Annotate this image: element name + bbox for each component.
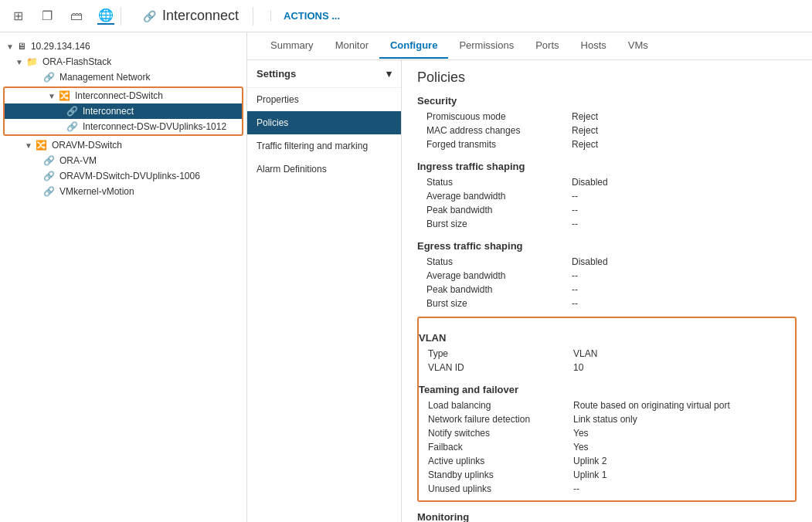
vlan-title: VLAN (419, 332, 795, 344)
settings-item-policies[interactable]: Policies (247, 111, 401, 134)
security-forged-row: Forged transmits Reject (417, 137, 797, 151)
ora-vm-label: ORA-VM (59, 155, 97, 166)
vlan-type-value: VLAN (573, 348, 597, 359)
page-title: 🔗 Interconnect (143, 8, 239, 24)
vlan-teaming-highlighted-box: VLAN Type VLAN VLAN ID 10 Teaming and fa… (417, 317, 797, 502)
unused-uplinks-label: Unused uplinks (419, 483, 573, 494)
flashstack-label: ORA-FlashStack (42, 56, 111, 67)
mgmt-network-icon: 🔗 (43, 72, 55, 83)
sidebar-item-vmkernel-vmotion[interactable]: 🔗 VMkernel-vMotion (0, 184, 246, 199)
tab-configure[interactable]: Configure (379, 33, 448, 59)
teaming-notify-row: Notify switches Yes (419, 426, 795, 440)
oravm-dswitch-icon: 🔀 (36, 140, 47, 151)
teaming-standby-uplinks-row: Standby uplinks Uplink 1 (419, 468, 795, 482)
actions-label: ACTIONS ... (284, 10, 340, 22)
active-uplinks-label: Active uplinks (419, 456, 573, 466)
egress-avg-value: -- (572, 270, 578, 281)
vmkernel-icon: 🔗 (43, 186, 55, 197)
tab-vms[interactable]: VMs (617, 33, 659, 59)
sidebar-item-root[interactable]: ▼ 🖥 10.29.134.146 (0, 39, 246, 54)
oravm-dvuplinks-icon: 🔗 (43, 171, 55, 181)
vlan-id-row: VLAN ID 10 (419, 361, 795, 375)
teaming-lb-row: Load balancing Route based on originatin… (419, 398, 795, 412)
network-icon[interactable]: 🌐 (97, 8, 114, 25)
toolbar: ⊞ ❐ 🗃 🌐 🔗 Interconnect ACTIONS ... (0, 0, 812, 32)
teaming-failback-row: Failback Yes (419, 440, 795, 454)
unused-uplinks-value: -- (573, 483, 579, 494)
ingress-peak-label: Peak bandwidth (417, 205, 572, 215)
root-label: 10.29.134.146 (31, 41, 90, 52)
ingress-status-value: Disabled (572, 177, 608, 188)
standby-uplinks-value: Uplink 1 (573, 469, 606, 480)
mac-label: MAC address changes (417, 125, 572, 136)
sidebar-item-oravm-dvuplinks[interactable]: 🔗 ORAVM-DSwitch-DVUplinks-1006 (0, 168, 246, 184)
vmkernel-label: VMkernel-vMotion (59, 186, 134, 197)
actions-button[interactable]: ACTIONS ... (270, 10, 340, 22)
ingress-avg-row: Average bandwidth -- (417, 189, 797, 203)
settings-item-properties[interactable]: Properties (247, 88, 401, 111)
ingress-avg-value: -- (572, 191, 578, 202)
copy-icon[interactable]: ❐ (39, 8, 56, 25)
vlan-id-value: 10 (573, 362, 583, 373)
sidebar-item-flashstack[interactable]: ▼ 📁 ORA-FlashStack (0, 54, 246, 69)
settings-item-traffic-filtering[interactable]: Traffic filtering and marking (247, 134, 401, 158)
dswitch-arrow: ▼ (48, 92, 56, 100)
dvuplinks-icon: 🔗 (66, 121, 78, 132)
sidebar-item-oravm-dswitch[interactable]: ▼ 🔀 ORAVM-DSwitch (0, 137, 246, 153)
egress-avg-row: Average bandwidth -- (417, 269, 797, 283)
settings-panel: Settings ▾ Properties Policies Traffic f… (247, 60, 402, 522)
sidebar-item-interconnect[interactable]: 🔗 Interconnect (5, 103, 242, 119)
vlan-type-label: Type (419, 348, 573, 359)
forged-label: Forged transmits (417, 139, 572, 150)
content-body: Settings ▾ Properties Policies Traffic f… (247, 60, 812, 522)
egress-burst-value: -- (572, 298, 578, 309)
forged-value: Reject (572, 139, 598, 150)
sidebar-item-mgmt-network[interactable]: 🔗 Management Network (0, 69, 246, 85)
settings-item-alarm-definitions[interactable]: Alarm Definitions (247, 158, 401, 181)
sidebar-item-interconnect-dvuplinks[interactable]: 🔗 Interconnect-DSw-DVUplinks-1012 (5, 119, 242, 134)
tab-summary[interactable]: Summary (260, 33, 324, 59)
flashstack-icon: 📁 (26, 56, 38, 67)
tab-bar: Summary Monitor Configure Permissions Po… (247, 32, 812, 60)
teaming-unused-uplinks-row: Unused uplinks -- (419, 482, 795, 496)
main-layout: ▼ 🖥 10.29.134.146 ▼ 📁 ORA-FlashStack 🔗 M… (0, 32, 812, 522)
security-title: Security (417, 95, 797, 107)
dswitch-label: Interconnect-DSwitch (75, 90, 163, 101)
interconnect-port-icon: 🔗 (66, 106, 78, 117)
interconnect-icon: 🔗 (143, 10, 156, 22)
dvuplinks-label: Interconnect-DSw-DVUplinks-1012 (83, 121, 226, 132)
ingress-title: Ingress traffic shaping (417, 161, 797, 172)
vlan-type-row: Type VLAN (419, 347, 795, 361)
failback-label: Failback (419, 442, 573, 453)
sidebar-item-interconnect-dswitch[interactable]: ▼ 🔀 Interconnect-DSwitch (5, 88, 242, 103)
sidebar-item-ora-vm[interactable]: 🔗 ORA-VM (0, 153, 246, 168)
egress-status-row: Status Disabled (417, 255, 797, 269)
database-icon[interactable]: 🗃 (68, 8, 85, 25)
egress-peak-value: -- (572, 284, 578, 295)
root-arrow: ▼ (6, 42, 14, 51)
egress-status-value: Disabled (572, 256, 608, 267)
failback-value: Yes (573, 442, 589, 453)
toolbar-icons: ⊞ ❐ 🗃 🌐 (9, 8, 114, 25)
tab-ports[interactable]: Ports (525, 33, 569, 59)
active-uplinks-value: Uplink 2 (573, 456, 606, 466)
settings-header-label: Settings (257, 68, 296, 80)
tab-monitor[interactable]: Monitor (324, 33, 379, 59)
oravm-arrow: ▼ (25, 141, 32, 150)
settings-header[interactable]: Settings ▾ (247, 60, 401, 88)
teaming-title: Teaming and failover (419, 384, 795, 395)
ingress-burst-row: Burst size -- (417, 217, 797, 231)
lb-label: Load balancing (419, 400, 573, 411)
security-mac-row: MAC address changes Reject (417, 124, 797, 137)
egress-title: Egress traffic shaping (417, 240, 797, 252)
ora-vm-icon: 🔗 (43, 155, 55, 166)
settings-chevron-icon: ▾ (386, 68, 392, 80)
ingress-status-label: Status (417, 177, 572, 188)
tab-hosts[interactable]: Hosts (570, 33, 617, 59)
lb-value: Route based on originating virtual port (573, 400, 730, 411)
mgmt-network-label: Management Network (59, 72, 150, 83)
grid-icon[interactable]: ⊞ (9, 8, 26, 25)
teaming-active-uplinks-row: Active uplinks Uplink 2 (419, 454, 795, 468)
page-title-text: Interconnect (162, 8, 239, 24)
tab-permissions[interactable]: Permissions (448, 33, 525, 59)
